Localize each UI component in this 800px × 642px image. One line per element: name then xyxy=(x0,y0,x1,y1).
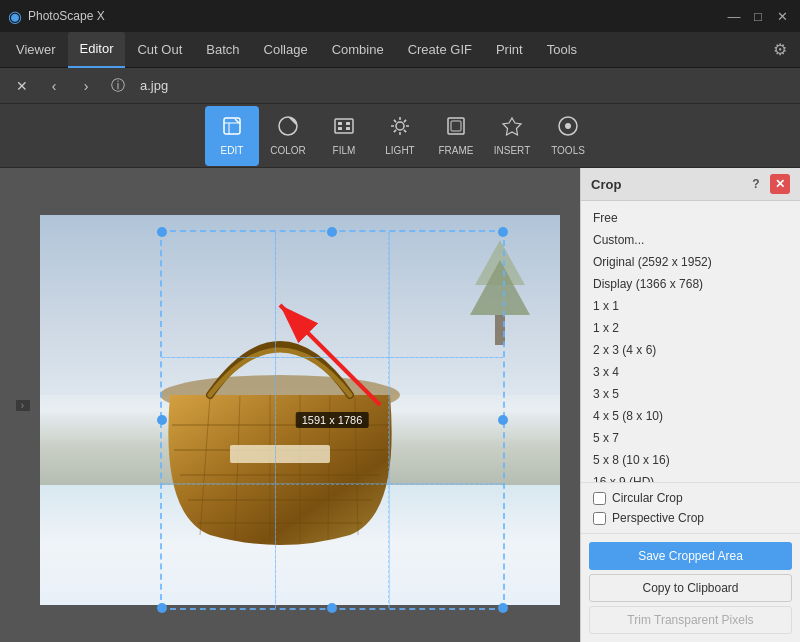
minimize-button[interactable]: — xyxy=(724,6,744,26)
edit-tool[interactable]: EDIT xyxy=(205,106,259,166)
perspective-crop-label[interactable]: Perspective Crop xyxy=(612,511,704,525)
svg-rect-7 xyxy=(338,127,342,130)
frame-tool[interactable]: FRAME xyxy=(429,106,483,166)
perspective-crop-row: Perspective Crop xyxy=(593,511,788,525)
crop-option-3x4[interactable]: 3 x 4 xyxy=(581,361,800,383)
canvas-background: PRO xyxy=(30,205,565,605)
crop-option-1x2[interactable]: 1 x 2 xyxy=(581,317,800,339)
toolbar: ✕ ‹ › ⓘ a.jpg xyxy=(0,68,800,104)
circular-crop-label[interactable]: Circular Crop xyxy=(612,491,683,505)
nav-viewer[interactable]: Viewer xyxy=(4,32,68,68)
main-content: › PRO xyxy=(0,168,800,642)
insert-tool[interactable]: INSERT xyxy=(485,106,539,166)
crop-handle-ml[interactable] xyxy=(157,415,167,425)
crop-handle-mr[interactable] xyxy=(498,415,508,425)
crop-option-5x8[interactable]: 5 x 8 (10 x 16) xyxy=(581,449,800,471)
nav-print[interactable]: Print xyxy=(484,32,535,68)
frame-icon xyxy=(445,115,467,142)
svg-line-16 xyxy=(404,120,406,122)
crop-handle-tr[interactable] xyxy=(498,227,508,237)
film-tool[interactable]: FILM xyxy=(317,106,371,166)
svg-line-15 xyxy=(404,130,406,132)
circular-crop-checkbox[interactable] xyxy=(593,492,606,505)
nav-cutout[interactable]: Cut Out xyxy=(125,32,194,68)
crop-checkboxes: Circular Crop Perspective Crop xyxy=(581,482,800,533)
back-button[interactable]: ‹ xyxy=(40,72,68,100)
dimension-label: 1591 x 1786 xyxy=(296,412,369,428)
svg-rect-0 xyxy=(224,118,240,134)
svg-marker-20 xyxy=(503,118,521,135)
film-icon xyxy=(333,115,355,142)
crop-option-1x1[interactable]: 1 x 1 xyxy=(581,295,800,317)
nav-collage[interactable]: Collage xyxy=(252,32,320,68)
crop-option-2x3[interactable]: 2 x 3 (4 x 6) xyxy=(581,339,800,361)
svg-rect-8 xyxy=(346,127,350,130)
edit-icon xyxy=(221,115,243,142)
close-file-button[interactable]: ✕ xyxy=(8,72,36,100)
light-icon xyxy=(389,115,411,142)
nav-editor[interactable]: Editor xyxy=(68,32,126,68)
nav-creategif[interactable]: Create GIF xyxy=(396,32,484,68)
light-label: LIGHT xyxy=(385,145,414,156)
app-title: PhotoScape X xyxy=(28,9,105,23)
svg-rect-18 xyxy=(448,118,464,134)
crop-option-5x7[interactable]: 5 x 7 xyxy=(581,427,800,449)
crop-option-4x5[interactable]: 4 x 5 (8 x 10) xyxy=(581,405,800,427)
svg-point-22 xyxy=(565,123,571,129)
crop-option-custom[interactable]: Custom... xyxy=(581,229,800,251)
nav-tools[interactable]: Tools xyxy=(535,32,589,68)
trim-transparent-button: Trim Transparent Pixels xyxy=(589,606,792,634)
crop-handle-tm[interactable] xyxy=(327,227,337,237)
crop-handle-br[interactable] xyxy=(498,603,508,613)
svg-rect-4 xyxy=(335,119,353,133)
tools-label: TOOLS xyxy=(551,145,585,156)
color-icon xyxy=(277,115,299,142)
crop-option-16x9[interactable]: 16 x 9 (HD) xyxy=(581,471,800,482)
insert-icon xyxy=(501,115,523,142)
maximize-button[interactable]: □ xyxy=(748,6,768,26)
navbar: Viewer Editor Cut Out Batch Collage Comb… xyxy=(0,32,800,68)
color-tool[interactable]: COLOR xyxy=(261,106,315,166)
svg-rect-6 xyxy=(346,122,350,125)
edit-label: EDIT xyxy=(221,145,244,156)
crop-close-button[interactable]: ✕ xyxy=(770,174,790,194)
svg-point-9 xyxy=(396,122,404,130)
crop-option-3x5[interactable]: 3 x 5 xyxy=(581,383,800,405)
titlebar: ◉ PhotoScape X — □ ✕ xyxy=(0,0,800,32)
svg-rect-5 xyxy=(338,122,342,125)
insert-label: INSERT xyxy=(494,145,531,156)
tools-tool[interactable]: TOOLS xyxy=(541,106,595,166)
crop-option-display[interactable]: Display (1366 x 768) xyxy=(581,273,800,295)
canvas-area[interactable]: › PRO xyxy=(0,168,580,642)
svg-rect-19 xyxy=(451,121,461,131)
frame-label: FRAME xyxy=(439,145,474,156)
side-panel-handle[interactable]: › xyxy=(16,400,30,411)
app-logo: ◉ xyxy=(8,7,22,26)
crop-option-original[interactable]: Original (2592 x 1952) xyxy=(581,251,800,273)
settings-button[interactable]: ⚙ xyxy=(764,34,796,66)
crop-panel: Crop ? ✕ Free Custom... Original (2592 x… xyxy=(580,168,800,642)
crop-handle-bm[interactable] xyxy=(327,603,337,613)
copy-to-clipboard-button[interactable]: Copy to Clipboard xyxy=(589,574,792,602)
crop-handle-tl[interactable] xyxy=(157,227,167,237)
crop-panel-title: Crop xyxy=(591,177,621,192)
nav-batch[interactable]: Batch xyxy=(194,32,251,68)
svg-line-17 xyxy=(394,130,396,132)
close-button[interactable]: ✕ xyxy=(772,6,792,26)
crop-handle-bl[interactable] xyxy=(157,603,167,613)
crop-help-button[interactable]: ? xyxy=(746,174,766,194)
crop-selection[interactable]: 1591 x 1786 xyxy=(160,230,505,610)
forward-button[interactable]: › xyxy=(72,72,100,100)
filename-label: a.jpg xyxy=(140,78,168,93)
svg-line-14 xyxy=(394,120,396,122)
perspective-crop-checkbox[interactable] xyxy=(593,512,606,525)
title-controls: — □ ✕ xyxy=(724,6,792,26)
crop-option-free[interactable]: Free xyxy=(581,207,800,229)
crop-actions: Save Cropped Area Copy to Clipboard Trim… xyxy=(581,533,800,642)
info-button[interactable]: ⓘ xyxy=(104,72,132,100)
crop-options-list: Free Custom... Original (2592 x 1952) Di… xyxy=(581,201,800,482)
nav-combine[interactable]: Combine xyxy=(320,32,396,68)
save-cropped-area-button[interactable]: Save Cropped Area xyxy=(589,542,792,570)
light-tool[interactable]: LIGHT xyxy=(373,106,427,166)
circular-crop-row: Circular Crop xyxy=(593,491,788,505)
